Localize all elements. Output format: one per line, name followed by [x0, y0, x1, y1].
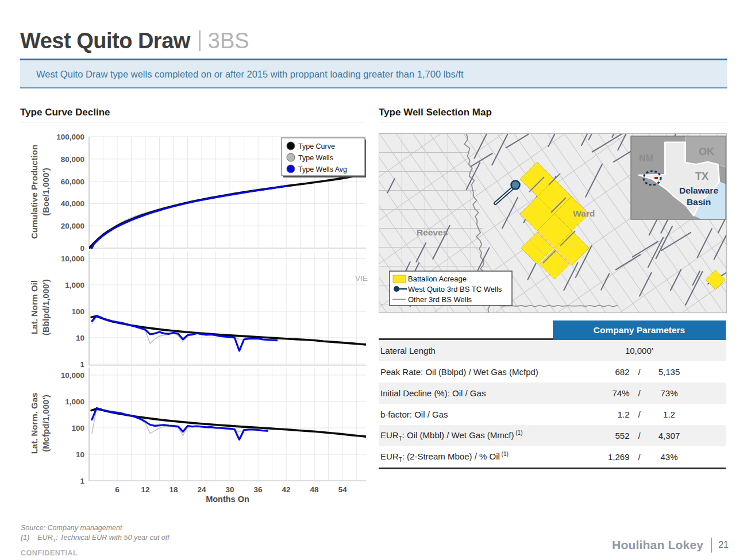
table-header: Company Parameters	[553, 320, 726, 340]
right-section-title: Type Well Selection Map	[379, 107, 492, 118]
inset-label-basin-1: Delaware	[679, 186, 718, 195]
inset-label-basin-2: Basin	[687, 197, 711, 207]
param-values: 10,000’	[553, 346, 726, 356]
county-label-ward: Ward	[573, 208, 595, 218]
svg-text:48: 48	[310, 485, 319, 494]
param-values: 682/5,135	[553, 367, 726, 377]
param-values: 1.2/1.2	[553, 410, 726, 419]
svg-text:36: 36	[254, 485, 263, 494]
svg-text:Type Curve: Type Curve	[298, 142, 335, 150]
svg-text:10: 10	[76, 450, 84, 459]
svg-text:54: 54	[338, 485, 348, 494]
page-title: West Quito Draw3BS	[20, 29, 249, 53]
basin-inset-map: NM OK TX Delaware Basin	[631, 136, 726, 219]
left-section-title: Type Curve Decline	[20, 107, 110, 118]
footnote: (1)EURT: Technical EUR with 50 year cut …	[21, 534, 170, 543]
county-label-reeves: Reeves	[417, 227, 448, 237]
param-label: EURT: (2-Stream Mboe) / % Oil (1)	[379, 451, 553, 463]
svg-text:40,000: 40,000	[61, 199, 84, 208]
cumulative-axis-label: Cumulative Production (Boe/1,000')	[29, 134, 53, 249]
svg-text:42: 42	[282, 485, 291, 494]
legend-swatch-acreage	[393, 275, 406, 283]
legend-label-acreage: Battalion Acreage	[408, 275, 467, 283]
param-label: Initial Decline (%): Oil / Gas	[379, 388, 553, 398]
svg-text:24: 24	[198, 485, 207, 494]
page-number: 21	[718, 540, 729, 550]
svg-text:Months On: Months On	[206, 495, 249, 504]
svg-text:1: 1	[80, 360, 84, 368]
param-row: EURT: (2-Stream Mboe) / % Oil (1)1,269/4…	[379, 446, 726, 468]
map-legend: Battalion Acreage West Quito 3rd BS TC W…	[390, 271, 512, 306]
type-curve-charts: Cumulative Production (Boe/1,000') Lat. …	[20, 133, 366, 508]
left-section-rule	[20, 122, 366, 122]
brand-divider	[711, 538, 712, 553]
gas-axis-label: Lat. Norm. Gas (Mcfpd/1,000')	[29, 366, 53, 481]
param-label: b-factor: Oil / Gas	[379, 410, 553, 419]
source-note: Source: Company management	[21, 524, 122, 532]
footer-brand-row: Houlihan Lokey 21	[586, 538, 729, 553]
svg-text:20,000: 20,000	[61, 222, 84, 230]
svg-text:10: 10	[76, 334, 84, 342]
brand-logo: Houlihan Lokey	[612, 538, 703, 552]
watermark-fragment: VIE	[355, 274, 368, 283]
legend-label-other-wells: Other 3rd BS Wells	[408, 295, 472, 304]
subtitle-banner-text: West Quito Draw type wells completed on …	[36, 68, 464, 79]
type-well-selection-map: Reeves Ward Battalion Acreage West Quito…	[379, 133, 727, 313]
table-body: Lateral Length10,000’Peak Rate: Oil (Bbl…	[379, 340, 726, 469]
table-header-row: Company Parameters	[379, 320, 726, 340]
inset-label-tx: TX	[695, 171, 709, 182]
svg-text:60,000: 60,000	[61, 177, 84, 186]
svg-text:100: 100	[71, 424, 84, 432]
confidential-label: CONFIDENTIAL	[21, 549, 78, 557]
inset-label-nm: NM	[639, 153, 653, 163]
svg-text:100,000: 100,000	[56, 133, 84, 141]
oil-axis-label: Lat. Norm Oil (Bblpd/1,000')	[29, 250, 53, 365]
param-row: b-factor: Oil / Gas1.2/1.2	[379, 404, 726, 425]
slide: West Quito Draw3BS West Quito Draw type …	[0, 0, 747, 560]
cumulative-production-chart: 020,00040,00060,00080,000100,000Type Cur…	[20, 133, 366, 251]
svg-text:0: 0	[80, 244, 84, 251]
svg-text:18: 18	[170, 485, 179, 494]
param-row: Peak Rate: Oil (Bblpd) / Wet Gas (Mcfpd)…	[379, 361, 726, 383]
svg-text:Type Wells: Type Wells	[298, 154, 333, 162]
param-row: EURT: Oil (Mbbl) / Wet Gas (Mmcf) (1)552…	[379, 425, 726, 446]
param-row: Initial Decline (%): Oil / Gas74%/73%	[379, 383, 726, 404]
svg-text:12: 12	[141, 485, 150, 494]
legend-swatch-tc-wells	[394, 286, 399, 292]
gas-rate-chart: 10,0001,00010010161218243036424854Months…	[20, 368, 366, 508]
page-title-main: West Quito Draw	[20, 29, 190, 53]
subtitle-banner: West Quito Draw type wells completed on …	[20, 59, 727, 88]
legend-label-tc-wells: West Quito 3rd BS TC Wells	[408, 285, 502, 293]
param-label: EURT: Oil (Mbbl) / Wet Gas (Mmcf) (1)	[379, 430, 553, 442]
oil-rate-chart: 10,0001,000100101	[20, 251, 366, 368]
param-label: Peak Rate: Oil (Bblpd) / Wet Gas (Mcfpd)	[379, 367, 553, 377]
svg-text:1: 1	[80, 477, 84, 485]
svg-text:10,000: 10,000	[61, 254, 84, 263]
param-label: Lateral Length	[379, 346, 553, 356]
svg-text:30: 30	[226, 485, 234, 494]
svg-text:6: 6	[115, 485, 120, 494]
svg-text:100: 100	[71, 307, 84, 316]
svg-text:80,000: 80,000	[61, 155, 84, 164]
param-values: 74%/73%	[553, 388, 726, 398]
right-section-rule	[379, 122, 727, 122]
svg-text:Type Wells Avg: Type Wells Avg	[298, 165, 347, 173]
param-row: Lateral Length10,000’	[379, 340, 726, 361]
company-parameters-table: Company Parameters Lateral Length10,000’…	[379, 320, 726, 469]
inset-label-ok: OK	[699, 146, 714, 157]
acreage-locator-dot	[654, 177, 658, 179]
page-title-suffix: 3BS	[208, 29, 249, 53]
table-header-spacer	[379, 320, 553, 340]
param-values: 1,269/43%	[553, 452, 726, 462]
svg-text:10,000: 10,000	[61, 371, 84, 380]
chart-legend: Type CurveType WellsType Wells Avg	[282, 138, 366, 177]
svg-text:1,000: 1,000	[65, 281, 84, 289]
svg-text:1,000: 1,000	[65, 397, 84, 406]
title-divider	[199, 30, 201, 51]
param-values: 552/4,307	[553, 431, 726, 441]
